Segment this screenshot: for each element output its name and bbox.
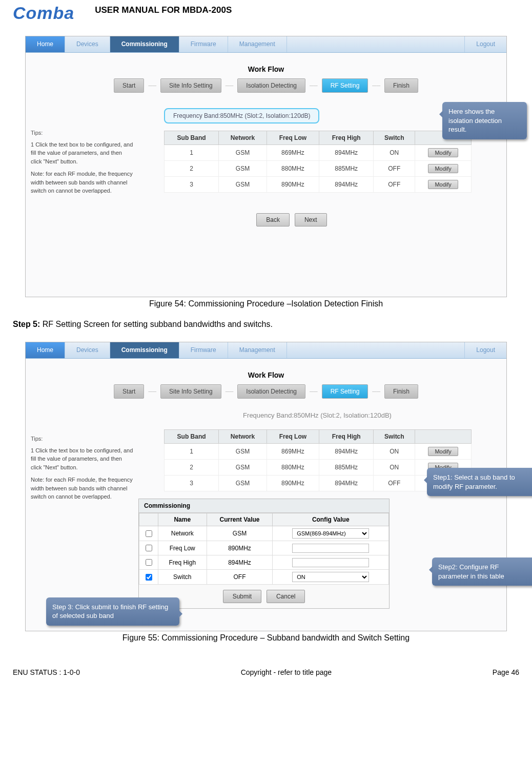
nav-logout[interactable]: Logout xyxy=(464,342,506,358)
tips-line2: Note: for each RF module, the frequency … xyxy=(31,476,133,501)
callout-step1: Step1: Select a sub band to modify RF pa… xyxy=(427,468,532,496)
freqlow-input[interactable] xyxy=(292,544,369,553)
tips-heading: Tips: xyxy=(31,129,133,137)
top-nav: Home Devices Commissioning Firmware Mana… xyxy=(26,36,506,53)
figure-54-screenshot: Home Devices Commissioning Firmware Mana… xyxy=(25,36,507,297)
nav-firmware[interactable]: Firmware xyxy=(179,342,228,358)
col-subband: Sub Band xyxy=(165,131,219,145)
col-freqhigh: Freq High xyxy=(319,131,374,145)
submit-button[interactable]: Submit xyxy=(223,590,261,603)
figure-55-caption: Figure 55: Commissioning Procedure – Sub… xyxy=(13,633,519,643)
nav-devices[interactable]: Devices xyxy=(65,342,110,358)
table-row: 2GSM880MHz885MHzOFFModify xyxy=(165,161,472,177)
cancel-button[interactable]: Cancel xyxy=(267,590,305,603)
col-current: Current Value xyxy=(207,513,273,526)
wf-step-siteinfo[interactable]: Site Info Setting xyxy=(160,384,221,399)
next-button[interactable]: Next xyxy=(295,213,327,226)
workflow-title: Work Flow xyxy=(26,65,506,73)
col-subband: Sub Band xyxy=(165,430,219,444)
tips-panel: Tips: 1 Click the text box to be configu… xyxy=(31,435,133,501)
wf-step-start[interactable]: Start xyxy=(114,78,144,93)
brand-logo: Comba xyxy=(13,3,74,23)
wf-step-isolation[interactable]: Isolation Detecting xyxy=(237,78,305,93)
frequency-band-tag: Frequency Band:850MHz (Slot:2, Isolation… xyxy=(164,108,319,123)
wf-step-rfsetting[interactable]: RF Setting xyxy=(322,384,369,399)
modify-button[interactable]: Modify xyxy=(428,148,458,157)
workflow-steps: Start── Site Info Setting── Isolation De… xyxy=(26,78,506,93)
col-switch: Switch xyxy=(374,131,415,145)
modify-button[interactable]: Modify xyxy=(428,180,458,189)
commissioning-panel: Commissioning Name Current Value Config … xyxy=(138,499,390,609)
modify-button[interactable]: Modify xyxy=(428,164,458,173)
subband-table: Sub Band Network Freq Low Freq High Swit… xyxy=(164,131,472,193)
wf-step-finish[interactable]: Finish xyxy=(384,384,418,399)
col-network: Network xyxy=(219,131,267,145)
frequency-band-text: Frequency Band:850MHz (Slot:2, Isolation… xyxy=(243,411,392,419)
table-row: Freq Low 890MHz xyxy=(139,541,389,555)
col-switch: Switch xyxy=(374,430,415,444)
table-row: 2GSM880MHz885MHzONModify xyxy=(165,460,472,476)
col-freqhigh: Freq High xyxy=(319,430,374,444)
nav-home[interactable]: Home xyxy=(26,36,65,52)
manual-title: USER MANUAL FOR MBDA-200S xyxy=(95,5,232,15)
tips-heading: Tips: xyxy=(31,435,133,443)
callout-step3: Step 3: Click submit to finish RF settin… xyxy=(46,597,179,626)
col-network: Network xyxy=(219,430,267,444)
footer-left: ENU STATUS : 1-0-0 xyxy=(13,668,80,676)
row-checkbox[interactable] xyxy=(146,559,152,566)
row-checkbox[interactable] xyxy=(146,545,152,551)
modify-button[interactable]: Modify xyxy=(428,447,458,456)
tips-panel: Tips: 1 Click the text box to be configu… xyxy=(31,129,133,195)
footer-right: Page 46 xyxy=(493,668,519,676)
wf-step-start[interactable]: Start xyxy=(114,384,144,399)
nav-logout[interactable]: Logout xyxy=(464,36,506,52)
table-row: 3GSM890MHz894MHzOFFModify xyxy=(165,177,472,193)
figure-55-screenshot: Home Devices Commissioning Firmware Mana… xyxy=(25,342,507,631)
table-row: 1GSM869MHz894MHzONModify xyxy=(165,145,472,161)
workflow-steps: Start── Site Info Setting── Isolation De… xyxy=(26,384,506,399)
commissioning-panel-title: Commissioning xyxy=(139,499,389,513)
col-name: Name xyxy=(158,513,207,526)
tips-line2: Note: for each RF module, the frequency … xyxy=(31,170,133,195)
col-freqlow: Freq Low xyxy=(267,430,319,444)
page-footer: ENU STATUS : 1-0-0 Copyright - refer to … xyxy=(13,668,519,676)
config-table: Name Current Value Config Value Network … xyxy=(139,513,389,585)
network-select[interactable]: GSM(869-894MHz) xyxy=(292,528,369,539)
switch-select[interactable]: ON xyxy=(292,572,369,582)
freqhigh-input[interactable] xyxy=(292,558,369,567)
nav-management[interactable]: Management xyxy=(228,342,287,358)
table-row: Freq High 894MHz xyxy=(139,555,389,570)
tips-line1: 1 Click the text box to be configured, a… xyxy=(31,140,133,166)
top-nav: Home Devices Commissioning Firmware Mana… xyxy=(26,342,506,359)
col-check xyxy=(139,513,158,526)
row-checkbox[interactable] xyxy=(146,574,152,581)
workflow-title: Work Flow xyxy=(26,371,506,379)
nav-management[interactable]: Management xyxy=(228,36,287,52)
col-config: Config Value xyxy=(273,513,389,526)
wf-step-rfsetting[interactable]: RF Setting xyxy=(322,78,369,93)
back-button[interactable]: Back xyxy=(256,213,290,226)
wf-step-finish[interactable]: Finish xyxy=(384,78,418,93)
tips-line1: 1 Click the text box to be configured, a… xyxy=(31,446,133,472)
nav-firmware[interactable]: Firmware xyxy=(179,36,228,52)
wf-step-siteinfo[interactable]: Site Info Setting xyxy=(160,78,221,93)
table-row: 1GSM869MHz894MHzONModify xyxy=(165,444,472,460)
nav-home[interactable]: Home xyxy=(26,342,65,358)
col-action xyxy=(415,430,472,444)
row-checkbox[interactable] xyxy=(146,530,152,537)
table-row: Network GSM GSM(869-894MHz) xyxy=(139,526,389,541)
figure-54-caption: Figure 54: Commissioning Procedure –Isol… xyxy=(13,299,519,308)
nav-commissioning[interactable]: Commissioning xyxy=(110,342,179,358)
callout-isolation-result: Here shows the isolation detection resul… xyxy=(442,102,527,139)
step5-text: Step 5: RF Setting Screen for setting su… xyxy=(13,320,519,329)
nav-devices[interactable]: Devices xyxy=(65,36,110,52)
col-freqlow: Freq Low xyxy=(267,131,319,145)
wf-step-isolation[interactable]: Isolation Detecting xyxy=(237,384,305,399)
callout-step2: Step2: Configure RF parameter in this ta… xyxy=(432,557,532,586)
footer-center: Copyright - refer to title page xyxy=(241,668,332,676)
nav-commissioning[interactable]: Commissioning xyxy=(110,36,179,52)
table-row: Switch OFF ON xyxy=(139,570,389,585)
